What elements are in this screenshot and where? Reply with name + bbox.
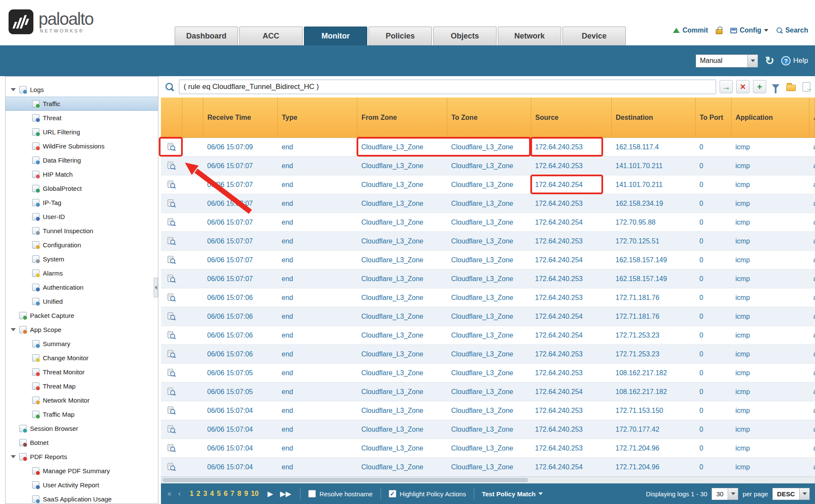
config-menu[interactable]: Config xyxy=(730,27,768,34)
cell-destination[interactable]: 172.71.153.150 xyxy=(611,401,695,420)
page-number[interactable]: 10 xyxy=(251,490,259,498)
cell-to-zone[interactable]: Cloudflare_L3_Zone xyxy=(447,345,531,364)
tab-objects[interactable]: Objects xyxy=(433,27,497,45)
cell-to-zone[interactable]: Cloudflare_L3_Zone xyxy=(447,401,531,420)
cell-source[interactable]: 172.64.240.253 xyxy=(531,288,611,307)
cell-to-zone[interactable]: Cloudflare_L3_Zone xyxy=(447,157,531,175)
sidebar-item-change-monitor[interactable]: Change Monitor xyxy=(6,351,158,365)
cell-application[interactable]: icmp xyxy=(731,270,809,288)
cell-detail[interactable] xyxy=(161,232,182,251)
sort-order-select[interactable]: DESC xyxy=(772,488,810,500)
cell-from-zone[interactable]: Cloudflare_L3_Zone xyxy=(357,157,447,175)
sidebar-item-threat-monitor[interactable]: Threat Monitor xyxy=(6,365,158,379)
cell-from-zone[interactable]: Cloudflare_L3_Zone xyxy=(357,213,447,232)
cell-application[interactable]: icmp xyxy=(731,138,809,157)
refresh-icon[interactable]: ↻ xyxy=(765,55,774,66)
tab-monitor[interactable]: Monitor xyxy=(304,27,367,45)
cell-destination[interactable]: 172.71.204.96 xyxy=(611,439,695,458)
log-detail-icon[interactable] xyxy=(167,199,176,208)
clear-filter-button[interactable]: × xyxy=(736,80,750,93)
sidebar-item-url-filtering[interactable]: URL Filtering xyxy=(6,125,158,139)
cell-destination[interactable]: 141.101.70.211 xyxy=(611,157,695,175)
cell-application[interactable]: icmp xyxy=(731,307,809,326)
cell-from-zone[interactable]: Cloudflare_L3_Zone xyxy=(357,345,447,364)
cell-detail[interactable] xyxy=(161,420,182,439)
cell-from-zone[interactable]: Cloudflare_L3_Zone xyxy=(357,175,447,194)
cell-from-zone[interactable]: Cloudflare_L3_Zone xyxy=(357,307,447,326)
cell-destination[interactable]: 172.70.125.51 xyxy=(611,232,695,251)
sidebar-item-user-id[interactable]: User-ID xyxy=(6,210,158,224)
table-row[interactable]: 06/06 15:07:07 end Cloudflare_L3_Zone Cl… xyxy=(161,232,815,251)
cell-detail[interactable] xyxy=(161,138,182,157)
scrollbar-thumb[interactable] xyxy=(162,478,528,482)
help-button[interactable]: ? Help xyxy=(781,56,808,65)
tab-dashboard[interactable]: Dashboard xyxy=(175,27,238,45)
cell-to-zone[interactable]: Cloudflare_L3_Zone xyxy=(447,251,531,270)
cell-detail[interactable] xyxy=(161,270,182,288)
sidebar-item-manage-pdf-summary[interactable]: Manage PDF Summary xyxy=(6,464,158,478)
refresh-mode-dropdown-button[interactable] xyxy=(747,55,758,67)
cell-from-zone[interactable]: Cloudflare_L3_Zone xyxy=(357,326,447,345)
cell-to-zone[interactable]: Cloudflare_L3_Zone xyxy=(447,458,531,477)
log-detail-icon[interactable] xyxy=(167,218,176,227)
page-number[interactable]: 2 xyxy=(196,490,200,498)
export-logs-button[interactable] xyxy=(800,81,812,93)
cell-from-zone[interactable]: Cloudflare_L3_Zone xyxy=(357,420,447,439)
table-row[interactable]: 06/06 15:07:07 end Cloudflare_L3_Zone Cl… xyxy=(161,270,815,288)
table-row[interactable]: 06/06 15:07:07 end Cloudflare_L3_Zone Cl… xyxy=(161,251,815,270)
cell-source[interactable]: 172.64.240.253 xyxy=(531,420,611,439)
cell-application[interactable]: icmp xyxy=(731,213,809,232)
cell-detail[interactable] xyxy=(161,345,182,364)
cell-to-zone[interactable]: Cloudflare_L3_Zone xyxy=(447,270,531,288)
table-row[interactable]: 06/06 15:07:07 end Cloudflare_L3_Zone Cl… xyxy=(161,175,815,194)
page-number[interactable]: 3 xyxy=(203,490,207,498)
cell-to-zone[interactable]: Cloudflare_L3_Zone xyxy=(447,382,531,401)
cell-detail[interactable] xyxy=(161,288,182,307)
cell-application[interactable]: icmp xyxy=(731,232,809,251)
cell-source[interactable]: 172.64.240.253 xyxy=(531,364,611,382)
filter-builder-button[interactable] xyxy=(770,81,782,93)
lock-button[interactable] xyxy=(716,27,723,34)
col-source[interactable]: Source xyxy=(531,98,611,138)
cell-application[interactable]: icmp xyxy=(731,420,809,439)
cell-from-zone[interactable]: Cloudflare_L3_Zone xyxy=(357,232,447,251)
tab-policies[interactable]: Policies xyxy=(369,27,432,45)
cell-source[interactable]: 172.64.240.253 xyxy=(531,232,611,251)
col-type[interactable]: Type xyxy=(277,98,357,138)
cell-to-zone[interactable]: Cloudflare_L3_Zone xyxy=(447,288,531,307)
sort-order-dropdown-button[interactable] xyxy=(799,488,809,500)
cell-detail[interactable] xyxy=(161,382,182,401)
cell-destination[interactable]: 172.70.177.42 xyxy=(611,420,695,439)
cell-application[interactable]: icmp xyxy=(731,439,809,458)
cell-destination[interactable]: 162.158.157.149 xyxy=(611,251,695,270)
table-row[interactable]: 06/06 15:07:05 end Cloudflare_L3_Zone Cl… xyxy=(161,382,815,401)
cell-from-zone[interactable]: Cloudflare_L3_Zone xyxy=(357,138,447,157)
cell-application[interactable]: icmp xyxy=(731,401,809,420)
first-page-button[interactable]: « xyxy=(166,489,173,498)
col-receive-time[interactable]: Receive Time xyxy=(203,98,277,138)
cell-destination[interactable]: 162.158.157.149 xyxy=(611,270,695,288)
cell-to-zone[interactable]: Cloudflare_L3_Zone xyxy=(447,326,531,345)
horizontal-scrollbar[interactable] xyxy=(161,477,815,483)
cell-to-zone[interactable]: Cloudflare_L3_Zone xyxy=(447,232,531,251)
sidebar-item-traffic-map[interactable]: Traffic Map xyxy=(6,407,158,421)
prev-page-button[interactable]: ‹ xyxy=(177,489,182,498)
sidebar-item-traffic[interactable]: Traffic xyxy=(6,97,158,111)
cell-source[interactable]: 172.64.240.253 xyxy=(531,157,611,175)
cell-detail[interactable] xyxy=(161,307,182,326)
sidebar-item-threat-map[interactable]: Threat Map xyxy=(6,379,158,393)
table-row[interactable]: 06/06 15:07:07 end Cloudflare_L3_Zone Cl… xyxy=(161,157,815,175)
cell-destination[interactable]: 172.71.181.76 xyxy=(611,288,695,307)
table-row[interactable]: 06/06 15:07:04 end Cloudflare_L3_Zone Cl… xyxy=(161,401,815,420)
sidebar-item-network-monitor[interactable]: Network Monitor xyxy=(6,393,158,407)
cell-to-zone[interactable]: Cloudflare_L3_Zone xyxy=(447,138,531,157)
sidebar-collapse-handle[interactable] xyxy=(154,278,158,297)
cell-to-zone[interactable]: Cloudflare_L3_Zone xyxy=(447,420,531,439)
page-size-dropdown-button[interactable] xyxy=(728,488,738,500)
col-detail[interactable] xyxy=(161,98,182,138)
cell-application[interactable]: icmp xyxy=(731,458,809,477)
cell-from-zone[interactable]: Cloudflare_L3_Zone xyxy=(357,382,447,401)
sidebar-item-summary[interactable]: Summary xyxy=(6,337,158,351)
next-page-button[interactable]: ▶ xyxy=(266,489,274,498)
tab-device[interactable]: Device xyxy=(562,27,626,45)
